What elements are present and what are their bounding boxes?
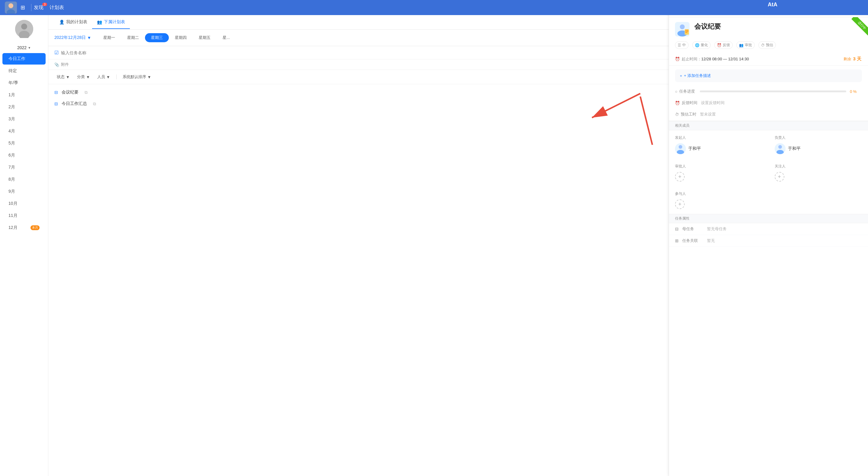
sidebar-item-may[interactable]: 5月 — [2, 138, 45, 149]
filter-category-arrow: ▼ — [86, 75, 90, 79]
task-checkbox-icon: ☑ — [54, 50, 59, 56]
tabs-row: 👤 我的计划表 👥 下属计划表 — [48, 15, 434, 30]
weekday-wed[interactable]: 星期三 — [145, 33, 169, 42]
filter-status-arrow: ▼ — [66, 75, 70, 79]
sidebar-item-today[interactable]: 今日工作 — [2, 53, 45, 65]
filter-person-arrow: ▼ — [106, 75, 110, 79]
weekday-mon[interactable]: 星期一 — [97, 33, 121, 42]
dec-badge: 本月 — [31, 225, 39, 230]
task-icon-1: ⊟ — [54, 101, 58, 106]
filter-divider — [116, 74, 117, 79]
nav-discover[interactable]: 发现 3 — [34, 4, 43, 11]
filter-person[interactable]: 人员 ▼ — [95, 73, 113, 81]
task-name-input[interactable] — [61, 50, 434, 55]
task-icon-0: ⊟ — [54, 90, 58, 95]
subordinate-icon: 👥 — [97, 20, 102, 25]
svg-point-1 — [8, 3, 13, 8]
attachment-row[interactable]: 📎 附件 — [48, 60, 434, 70]
sidebar-item-jun[interactable]: 6月 — [2, 149, 45, 161]
sidebar-item-mar[interactable]: 3月 — [2, 113, 45, 125]
sidebar-item-dec[interactable]: 12月 本月 — [2, 222, 45, 234]
sidebar-item-year[interactable]: 年/季 — [2, 77, 45, 89]
sidebar-item-aug[interactable]: 8月 — [2, 174, 45, 185]
weekday-thu[interactable]: 星期四 — [169, 33, 193, 42]
filter-sort[interactable]: 系统默认排序 ▼ — [120, 73, 154, 81]
nav-avatar[interactable] — [5, 1, 17, 13]
task-copy-icon-1[interactable]: ⧉ — [93, 101, 96, 106]
filter-status[interactable]: 状态 ▼ — [54, 73, 72, 81]
date-picker[interactable]: 2022年12月28日 ▼ — [54, 35, 91, 40]
sidebar-item-jul[interactable]: 7月 — [2, 162, 45, 173]
top-nav: ⊞ 发现 3 计划表 AtA — [0, 0, 434, 15]
filter-sort-arrow: ▼ — [147, 75, 151, 79]
grid-icon[interactable]: ⊞ — [21, 4, 25, 11]
nav-divider — [31, 4, 31, 11]
filter-row: 状态 ▼ 分类 ▼ 人员 ▼ 系统默认排序 ▼ — [48, 70, 434, 84]
task-input-row: ☑ — [48, 46, 434, 60]
date-arrow-icon: ▼ — [87, 35, 91, 40]
weekday-sat[interactable]: 星... — [217, 33, 236, 42]
week-days: 星期一 星期二 星期三 星期四 星期五 星... — [97, 33, 236, 42]
task-row-1[interactable]: ⊟ 今日工作汇总 ⧉ — [48, 98, 434, 109]
sidebar-item-nov[interactable]: 11月 — [2, 210, 45, 222]
sidebar-item-oct[interactable]: 10月 — [2, 198, 45, 209]
task-list: ⊟ 会议纪要 ⧉ ⊟ 今日工作汇总 ⧉ — [48, 84, 434, 112]
my-plan-icon: 👤 — [59, 20, 64, 25]
attachment-icon: 📎 — [54, 62, 59, 67]
sidebar-item-sep[interactable]: 9月 — [2, 186, 45, 197]
week-header: 2022年12月28日 ▼ 星期一 星期二 星期三 星期四 星期五 星... — [48, 30, 434, 46]
svg-point-4 — [21, 24, 27, 30]
main-content: 👤 我的计划表 👥 下属计划表 2022年12月28日 ▼ 星期一 星期二 星期… — [48, 15, 434, 238]
discover-badge: 3 — [42, 3, 47, 6]
left-sidebar: 2022 ▼ 今日工作 待定 年/季 1月 2月 3月 4月 5月 6月 7月 … — [0, 15, 48, 238]
tab-subordinate-plan[interactable]: 👥 下属计划表 — [92, 16, 130, 29]
sidebar-user-avatar — [15, 20, 33, 38]
year-arrow-icon: ▼ — [28, 46, 31, 49]
task-copy-icon-0[interactable]: ⧉ — [85, 90, 88, 95]
sidebar-item-jan[interactable]: 1月 — [2, 89, 45, 101]
weekday-tue[interactable]: 星期二 — [121, 33, 145, 42]
task-row[interactable]: ⊟ 会议纪要 ⧉ — [48, 87, 434, 98]
sidebar-item-apr[interactable]: 4月 — [2, 126, 45, 137]
tab-my-plan[interactable]: 👤 我的计划表 — [54, 16, 92, 29]
filter-category[interactable]: 分类 ▼ — [74, 73, 92, 81]
sidebar-year[interactable]: 2022 ▼ — [0, 43, 48, 53]
sidebar-item-pending[interactable]: 待定 — [2, 65, 45, 77]
nav-plan: 计划表 — [50, 4, 64, 11]
sidebar-item-feb[interactable]: 2月 — [2, 101, 45, 113]
weekday-fri[interactable]: 星期五 — [193, 33, 217, 42]
